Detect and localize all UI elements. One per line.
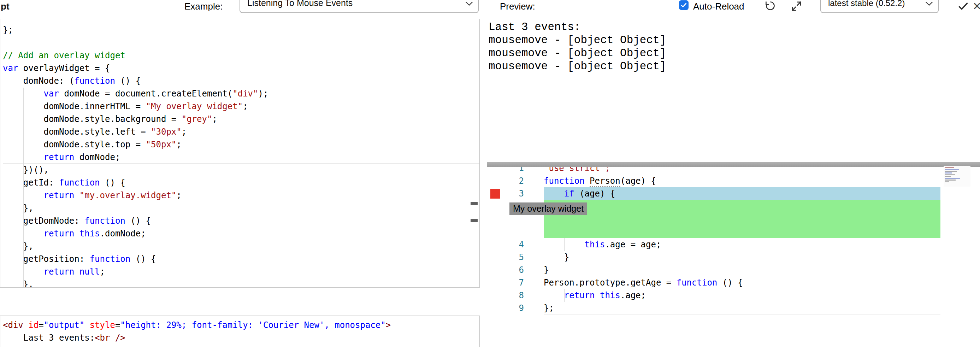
- example-label: Example:: [185, 1, 223, 12]
- glyph-margin: [487, 187, 504, 200]
- preview-label: Preview:: [500, 1, 535, 12]
- code-line[interactable]: var domNode = document.createElement("di…: [3, 87, 479, 100]
- playground-html-editor[interactable]: <div id="output" style="height: 29%; fon…: [0, 315, 480, 347]
- code-line[interactable]: domNode.style.left = "30px";: [3, 126, 479, 138]
- code-line[interactable]: if (age) {: [524, 187, 615, 200]
- horizontal-scrollbar[interactable]: [487, 162, 980, 167]
- code-line[interactable]: domNode.style.top = "50px";: [3, 138, 479, 151]
- overlay-widget: My overlay widget: [509, 202, 587, 215]
- reload-icon[interactable]: [765, 0, 776, 12]
- indent-guide: [44, 88, 44, 164]
- code-line[interactable]: },: [3, 240, 479, 253]
- overview-ruler-mark: [471, 219, 477, 222]
- code-line[interactable]: }: [524, 251, 569, 264]
- indent-guide: [44, 189, 44, 202]
- code-line[interactable]: return this.domNode;: [3, 227, 479, 240]
- version-select[interactable]: latest stable (0.52.2): [820, 0, 939, 13]
- glyph-margin: [487, 238, 504, 251]
- code-line[interactable]: };: [3, 24, 479, 37]
- code-line[interactable]: getId: function () {: [3, 176, 479, 189]
- code-line[interactable]: }: [524, 264, 549, 276]
- editor-row[interactable]: 2function Person(age) {: [487, 175, 980, 187]
- editor-row[interactable]: 4 this.age = age;: [487, 238, 980, 251]
- editor-row[interactable]: 7Person.prototype.getAge = function () {: [487, 276, 980, 289]
- auto-reload-label: Auto-Reload: [693, 1, 745, 12]
- code-line[interactable]: domNode.innerHTML = "My overlay widget";: [3, 100, 479, 113]
- indent-guide: [44, 266, 44, 279]
- code-line[interactable]: getDomNode: function () {: [3, 215, 479, 227]
- view-zone-green: [544, 200, 940, 238]
- code-line[interactable]: domNode: (function () {: [3, 75, 479, 87]
- version-select-value: latest stable (0.52.2): [821, 0, 905, 8]
- glyph-margin: [487, 264, 504, 276]
- code-line[interactable]: Last 3 events:<br />: [3, 331, 479, 344]
- editor-row[interactable]: 9};: [487, 302, 980, 315]
- output-line: mousemove - [object Object]: [488, 60, 666, 73]
- line-number: 3: [504, 187, 524, 200]
- code-line[interactable]: return "my.overlay.widget";: [3, 189, 479, 202]
- indent-guide: [23, 88, 24, 288]
- code-line[interactable]: return this.age;: [524, 289, 646, 302]
- auto-reload-checkbox[interactable]: [679, 0, 689, 10]
- code-line[interactable]: this.age = age;: [524, 238, 661, 251]
- code-line[interactable]: getPosition: function () {: [3, 253, 479, 265]
- line-number: 9: [504, 302, 524, 315]
- glyph-margin: [487, 175, 504, 187]
- output-line: Last 3 events:: [488, 21, 666, 33]
- line-number: 6: [504, 264, 524, 276]
- expand-icon[interactable]: [790, 0, 803, 13]
- output-line: mousemove - [object Object]: [488, 33, 666, 47]
- example-select[interactable]: Listening To Mouse Events: [240, 0, 479, 13]
- chevron-down-icon: [465, 2, 473, 6]
- glyph-margin: [487, 302, 504, 315]
- editor-rows: 1"use strict";2function Person(age) {3 i…: [487, 161, 980, 315]
- code-line[interactable]: [3, 37, 479, 49]
- code-line[interactable]: },: [3, 202, 479, 215]
- toolbar: pt Example: Listening To Mouse Events Pr…: [0, 0, 980, 15]
- preview-output: Last 3 events:mousemove - [object Object…: [488, 21, 666, 73]
- glyph-margin: [487, 289, 504, 302]
- minimap[interactable]: [943, 166, 970, 186]
- glyph-margin: [487, 276, 504, 289]
- tab-label-fragment[interactable]: pt: [1, 1, 10, 12]
- code-line[interactable]: // Add an overlay widget: [3, 49, 479, 62]
- code-line[interactable]: Person.prototype.getAge = function () {: [524, 276, 743, 289]
- close-icon[interactable]: ✕: [972, 0, 980, 13]
- playground-code-editor[interactable]: }; // Add an overlay widgetvar overlayWi…: [0, 19, 480, 288]
- monaco-playground-page: pt Example: Listening To Mouse Events Pr…: [0, 0, 980, 347]
- code-line[interactable]: })(),: [3, 164, 479, 176]
- code-line[interactable]: domNode.style.background = "grey";: [3, 113, 479, 126]
- preview-monaco-editor[interactable]: 1"use strict";2function Person(age) {3 i…: [487, 161, 980, 327]
- minimap-code-preview: [943, 166, 970, 186]
- check-icon: [681, 2, 687, 8]
- line-number: 4: [504, 238, 524, 251]
- example-select-value: Listening To Mouse Events: [240, 0, 353, 8]
- code-line[interactable]: };: [524, 302, 554, 315]
- code-line[interactable]: return null;: [3, 265, 479, 278]
- line-number: 5: [504, 251, 524, 264]
- editor-row[interactable]: 3 if (age) {: [487, 187, 980, 200]
- line-number: 7: [504, 276, 524, 289]
- editor-row[interactable]: 5 }: [487, 251, 980, 264]
- code-line[interactable]: var overlayWidget = {: [3, 62, 479, 75]
- code-area: <div id="output" style="height: 29%; fon…: [0, 316, 479, 344]
- chevron-down-icon: [925, 2, 933, 6]
- editor-row[interactable]: 6}: [487, 264, 980, 276]
- editor-row[interactable]: 8 return this.age;: [487, 289, 980, 302]
- line-number: 8: [504, 289, 524, 302]
- line-number: 2: [504, 175, 524, 187]
- code-line[interactable]: <div id="output" style="height: 29%; fon…: [3, 319, 479, 331]
- overview-ruler-mark: [471, 202, 477, 205]
- glyph-margin: [487, 251, 504, 264]
- code-line[interactable]: function Person(age) {: [524, 175, 656, 187]
- output-line: mousemove - [object Object]: [488, 47, 666, 60]
- red-glyph-decoration: [490, 189, 500, 199]
- code-line[interactable]: return domNode;: [3, 151, 479, 164]
- apply-check-icon[interactable]: [958, 0, 969, 12]
- code-area: }; // Add an overlay widgetvar overlayWi…: [0, 19, 479, 288]
- indent-guide: [44, 228, 44, 240]
- code-line[interactable]: },: [3, 278, 479, 288]
